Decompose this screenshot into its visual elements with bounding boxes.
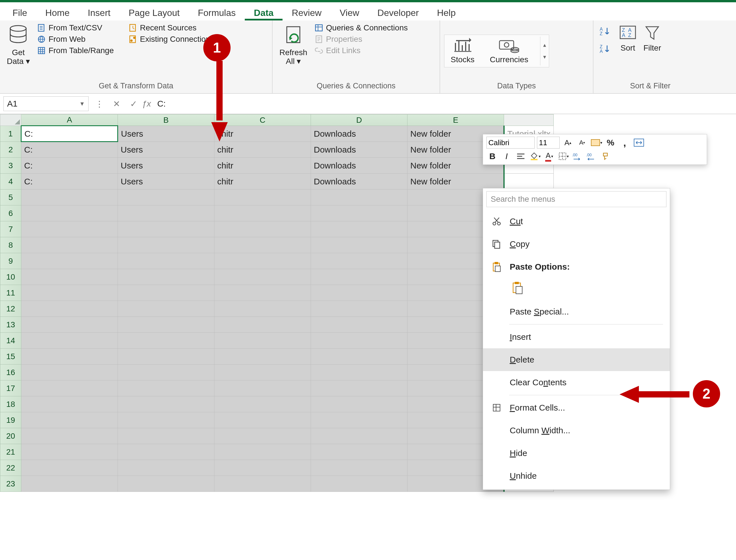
cell-C3[interactable]: chitr — [214, 158, 311, 174]
tab-file[interactable]: File — [3, 5, 36, 20]
font-size-select[interactable] — [537, 137, 560, 149]
cell-B19[interactable] — [118, 412, 214, 428]
cell-B2[interactable]: Users — [118, 142, 214, 158]
from-table-range-button[interactable]: From Table/Range — [36, 45, 116, 56]
tab-data[interactable]: Data — [245, 5, 283, 20]
cell-C20[interactable] — [214, 428, 311, 444]
cell-A18[interactable] — [21, 396, 118, 412]
italic-icon[interactable]: I — [500, 150, 512, 162]
tab-developer[interactable]: Developer — [368, 5, 428, 20]
row-header-16[interactable]: 16 — [0, 365, 21, 380]
font-color-icon[interactable]: A▾ — [543, 150, 555, 162]
ctx-copy[interactable]: Copy — [483, 233, 670, 255]
cancel-icon[interactable]: ✕ — [108, 96, 125, 111]
decrease-decimal-icon[interactable]: .00 — [586, 150, 598, 162]
column-header-f[interactable] — [504, 115, 554, 126]
cell-B5[interactable] — [118, 190, 214, 205]
bold-icon[interactable]: B — [486, 150, 498, 162]
cell-B11[interactable] — [118, 285, 214, 301]
cell-E4[interactable]: New folder — [407, 174, 504, 190]
cell-B22[interactable] — [118, 460, 214, 476]
cell-C4[interactable]: chitr — [214, 174, 311, 190]
cell-D17[interactable] — [311, 380, 407, 396]
cell-A21[interactable] — [21, 444, 118, 460]
cell-B7[interactable] — [118, 221, 214, 237]
tab-help[interactable]: Help — [428, 5, 465, 20]
cell-D23[interactable] — [311, 476, 407, 492]
sort-asc-button[interactable]: AZ — [597, 25, 615, 38]
row-header-6[interactable]: 6 — [0, 205, 21, 221]
cell-A5[interactable] — [21, 190, 118, 205]
datatype-scroll-up-icon[interactable]: ▴ — [543, 41, 546, 48]
cell-B9[interactable] — [118, 253, 214, 269]
cell-D8[interactable] — [311, 237, 407, 253]
cell-A20[interactable] — [21, 428, 118, 444]
row-header-2[interactable]: 2 — [0, 142, 21, 158]
fx-icon[interactable]: ƒx — [142, 99, 155, 109]
cell-B10[interactable] — [118, 269, 214, 285]
row-header-3[interactable]: 3 — [0, 158, 21, 174]
row-header-10[interactable]: 10 — [0, 269, 21, 285]
ctx-insert[interactable]: Insert — [483, 326, 670, 348]
cell-C5[interactable] — [214, 190, 311, 205]
cell-A12[interactable] — [21, 301, 118, 317]
existing-connections-button[interactable]: Existing Connections — [127, 34, 216, 45]
increase-decimal-icon[interactable]: .00 — [572, 150, 583, 162]
row-header-17[interactable]: 17 — [0, 380, 21, 396]
queries-connections-button[interactable]: Queries & Connections — [313, 22, 409, 34]
tab-insert[interactable]: Insert — [79, 5, 120, 20]
cell-C14[interactable] — [214, 333, 311, 349]
column-header-A[interactable]: A — [21, 115, 118, 126]
cell-D1[interactable]: Downloads — [311, 126, 407, 142]
cell-C21[interactable] — [214, 444, 311, 460]
cell-B4[interactable]: Users — [118, 174, 214, 190]
cell-C19[interactable] — [214, 412, 311, 428]
ctx-column-width[interactable]: Column Width... — [483, 419, 670, 442]
cell-D14[interactable] — [311, 333, 407, 349]
column-header-B[interactable]: B — [118, 115, 214, 126]
cell-A14[interactable] — [21, 333, 118, 349]
tab-formulas[interactable]: Formulas — [189, 5, 245, 20]
cell-B21[interactable] — [118, 444, 214, 460]
cell-D16[interactable] — [311, 365, 407, 380]
sort-button[interactable]: ZAAZ Sort — [615, 22, 641, 54]
row-header-8[interactable]: 8 — [0, 237, 21, 253]
cell-D18[interactable] — [311, 396, 407, 412]
tab-review[interactable]: Review — [283, 5, 331, 20]
cell-A16[interactable] — [21, 365, 118, 380]
increase-font-icon[interactable]: A▴ — [562, 137, 574, 149]
cell-D3[interactable]: Downloads — [311, 158, 407, 174]
ctx-cut[interactable]: Cut — [483, 210, 670, 233]
currencies-button[interactable]: Currencies — [486, 37, 531, 65]
row-header-7[interactable]: 7 — [0, 221, 21, 237]
cell-D20[interactable] — [311, 428, 407, 444]
formula-input[interactable]: C: — [155, 96, 736, 111]
cell-D21[interactable] — [311, 444, 407, 460]
row-header-4[interactable]: 4 — [0, 174, 21, 190]
cell-B8[interactable] — [118, 237, 214, 253]
cell-D12[interactable] — [311, 301, 407, 317]
cell-A17[interactable] — [21, 380, 118, 396]
row-header-15[interactable]: 15 — [0, 349, 21, 365]
row-header-18[interactable]: 18 — [0, 396, 21, 412]
cell-B17[interactable] — [118, 380, 214, 396]
cell-D4[interactable]: Downloads — [311, 174, 407, 190]
borders-icon[interactable]: ▾ — [557, 150, 569, 162]
name-box[interactable]: A1 ▼ — [3, 96, 89, 111]
row-header-12[interactable]: 12 — [0, 301, 21, 317]
row-header-19[interactable]: 19 — [0, 412, 21, 428]
cell-D22[interactable] — [311, 460, 407, 476]
enter-icon[interactable]: ✓ — [125, 96, 142, 111]
cell-A9[interactable] — [21, 253, 118, 269]
cell-D6[interactable] — [311, 205, 407, 221]
sort-desc-button[interactable]: ZA — [597, 43, 615, 55]
ctx-delete[interactable]: Delete — [483, 348, 670, 371]
cell-A6[interactable] — [21, 205, 118, 221]
cell-A3[interactable]: C: — [21, 158, 118, 174]
cell-A7[interactable] — [21, 221, 118, 237]
align-icon[interactable] — [515, 150, 527, 162]
cell-A13[interactable] — [21, 317, 118, 333]
datatype-scroll-down-icon[interactable]: ▾ — [543, 53, 546, 60]
ctx-hide[interactable]: Hide — [483, 442, 670, 465]
cell-F4[interactable] — [504, 174, 554, 190]
